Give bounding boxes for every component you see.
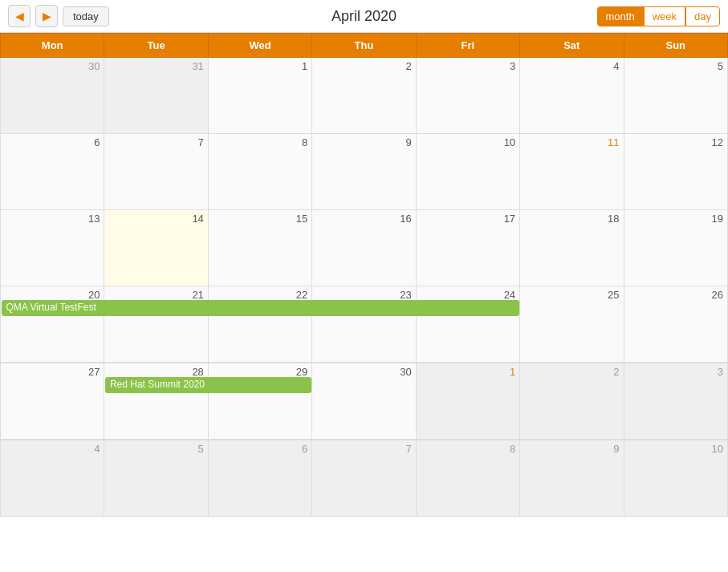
calendar-cell[interactable]: 12 [624, 134, 727, 210]
calendar-cell[interactable]: 22 [208, 286, 311, 363]
calendar-title: April 2020 [331, 8, 397, 25]
day-number: 3 [417, 58, 519, 72]
calendar-cell[interactable]: 31 [104, 58, 208, 134]
calendar-cell[interactable]: 5 [624, 58, 727, 134]
calendar-cell[interactable]: 30 [1, 58, 104, 134]
calendar-cell[interactable]: 19 [624, 210, 727, 286]
day-number: 9 [312, 134, 415, 148]
event-bar[interactable]: Red Hat Summit 2020 [105, 377, 311, 393]
calendar-cell[interactable]: 20 [1, 286, 104, 363]
day-number: 3 [624, 363, 727, 378]
calendar-cell[interactable]: 21 [104, 286, 208, 363]
week-row: 45678910 [1, 440, 728, 517]
calendar-cell[interactable]: 27 [1, 363, 104, 440]
week-row: 13141516171819 [1, 210, 728, 286]
day-number: 21 [104, 286, 207, 301]
day-number: 18 [520, 210, 623, 225]
day-number: 5 [104, 440, 207, 455]
calendar-cell[interactable]: 2 [312, 58, 416, 134]
day-number: 1 [209, 58, 311, 72]
calendar-cell[interactable]: 15 [208, 210, 311, 286]
week-row: 6789101112 [1, 134, 728, 210]
day-view-button[interactable]: day [685, 6, 720, 26]
day-number: 27 [1, 363, 104, 378]
calendar-cell[interactable]: 6 [208, 440, 311, 517]
calendar-cell[interactable]: 11 [520, 134, 624, 210]
view-switcher: month week day [597, 6, 720, 26]
day-number: 10 [624, 440, 727, 455]
calendar-cell[interactable]: 9 [312, 134, 416, 210]
day-number: 9 [520, 440, 623, 455]
day-number: 12 [624, 134, 727, 148]
day-header-thu: Thu [312, 34, 416, 58]
calendar-cell[interactable]: 18 [520, 210, 624, 286]
day-number: 4 [1, 440, 104, 455]
day-number: 16 [312, 210, 415, 225]
week-row: 20212223242526 [1, 286, 728, 363]
day-number: 8 [417, 440, 519, 455]
day-number: 14 [104, 210, 207, 225]
day-header-fri: Fri [416, 34, 519, 58]
day-number: 11 [520, 134, 623, 148]
day-number: 1 [417, 363, 519, 378]
calendar-cell[interactable]: 4 [520, 58, 624, 134]
calendar-cell[interactable]: 3 [416, 58, 519, 134]
calendar-cell[interactable]: 8 [208, 134, 311, 210]
day-number: 10 [417, 134, 519, 148]
calendar-cell[interactable]: 5 [104, 440, 208, 517]
day-number: 4 [520, 58, 623, 72]
day-number: 30 [312, 363, 415, 378]
calendar-cell[interactable]: 25 [520, 286, 624, 363]
calendar-cell[interactable]: 26 [624, 286, 727, 363]
day-number: 7 [104, 134, 207, 148]
day-number: 5 [624, 58, 727, 72]
day-header-sun: Sun [624, 34, 727, 58]
calendar-cell[interactable]: 14 [104, 210, 208, 286]
calendar-table: MonTueWedThuFriSatSun 303112345678910111… [0, 33, 728, 517]
day-number: 30 [1, 58, 104, 72]
day-number: 29 [209, 363, 311, 378]
calendar-cell[interactable]: 17 [416, 210, 519, 286]
day-header-sat: Sat [520, 34, 624, 58]
calendar-cell[interactable]: 28 [104, 363, 208, 440]
calendar-cell[interactable]: 6 [1, 134, 104, 210]
calendar-cell[interactable]: 30 [312, 363, 416, 440]
day-header-mon: Mon [1, 34, 104, 58]
calendar-cell[interactable]: 1 [416, 363, 519, 440]
day-number: 22 [209, 286, 311, 301]
calendar-cell[interactable]: 23 [312, 286, 416, 363]
calendar-cell[interactable]: 7 [104, 134, 208, 210]
calendar-cell[interactable]: 1 [208, 58, 311, 134]
week-view-button[interactable]: week [644, 6, 685, 26]
calendar-cell[interactable]: 24 [416, 286, 519, 363]
week-row: 27282930123 [1, 363, 728, 440]
calendar-cell[interactable]: 10 [416, 134, 519, 210]
day-number: 2 [312, 58, 415, 72]
day-number: 6 [1, 134, 104, 148]
calendar-cell[interactable]: 10 [624, 440, 727, 517]
calendar-cell[interactable]: 7 [312, 440, 416, 517]
calendar-cell[interactable]: 2 [520, 363, 624, 440]
day-number: 2 [520, 363, 623, 378]
day-number: 24 [417, 286, 519, 301]
today-button[interactable]: today [63, 6, 109, 26]
nav-controls: ◀ ▶ today [8, 5, 109, 27]
event-bar[interactable]: QMA Virtual TestFest [2, 300, 519, 316]
day-number: 25 [520, 286, 623, 301]
calendar-header: ◀ ▶ today April 2020 month week day [0, 0, 728, 33]
calendar-cell[interactable]: 16 [312, 210, 416, 286]
month-view-button[interactable]: month [597, 6, 644, 26]
next-button[interactable]: ▶ [35, 5, 58, 27]
calendar-cell[interactable]: 29 [208, 363, 311, 440]
day-number: 19 [624, 210, 727, 225]
day-number: 6 [209, 440, 311, 455]
day-header-tue: Tue [104, 34, 208, 58]
calendar-cell[interactable]: 8 [416, 440, 519, 517]
day-number: 23 [312, 286, 415, 301]
calendar-cell[interactable]: 3 [624, 363, 727, 440]
calendar-cell[interactable]: 9 [520, 440, 624, 517]
calendar-cell[interactable]: 4 [1, 440, 104, 517]
day-number: 28 [104, 363, 207, 378]
calendar-cell[interactable]: 13 [1, 210, 104, 286]
prev-button[interactable]: ◀ [8, 5, 31, 27]
